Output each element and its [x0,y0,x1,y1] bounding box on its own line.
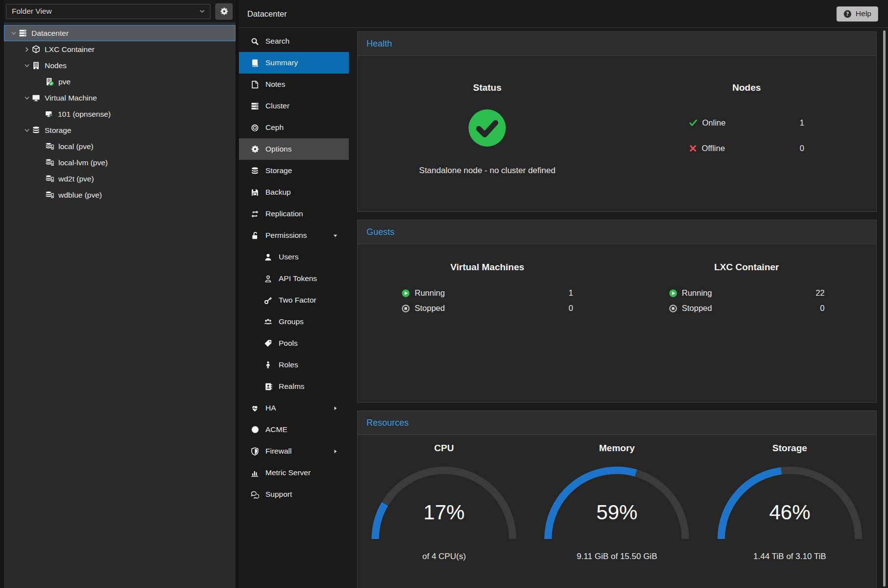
guest-status-label: Stopped [682,304,820,313]
nav-item-label: Search [265,37,289,46]
tree-item-label: wdblue (pve) [58,191,102,200]
building-check-icon [45,77,54,86]
tree-toolbar: Folder View [4,0,235,23]
resource-tree-panel: Folder View DatacenterLXC ContainerNodes… [4,0,235,588]
database-drive-icon [45,191,54,199]
guest-status-label: Stopped [415,304,569,313]
nav-item-permissions[interactable]: Permissions [239,225,349,246]
nav-item-search[interactable]: Search [239,30,349,52]
guest-column-virtual-machines: Virtual MachinesRunning1Stopped0 [358,244,617,402]
nav-item-summary[interactable]: Summary [239,52,349,74]
nav-item-replication[interactable]: Replication [239,203,349,225]
resource-gauge-storage: Storage46%1.44 TiB of 3.10 TiB [704,443,876,588]
tree-item-nodes[interactable]: Nodes [4,57,235,74]
tree-item-lxc-container[interactable]: LXC Container [4,41,235,57]
nav-item-firewall[interactable]: Firewall [239,440,349,462]
nav-item-label: Permissions [265,231,307,240]
chevron-down-icon[interactable] [9,29,19,37]
nav-item-two-factor[interactable]: Two Factor [239,289,349,311]
nav-item-pools[interactable]: Pools [239,332,349,354]
nav-item-label: Firewall [265,447,291,456]
tree-item-local-pve[interactable]: local (pve) [4,138,235,154]
nav-item-ha[interactable]: HA [239,397,349,419]
vertical-scrollbar-thumb[interactable] [883,30,886,587]
help-button[interactable]: ? Help [836,6,878,22]
datacenter-nav-menu: SearchSummaryNotesClusterCephOptionsStor… [239,28,349,588]
nav-item-acme[interactable]: ACME [239,419,349,440]
nav-item-label: Two Factor [279,296,316,305]
building-icon [32,61,40,70]
gear-icon [220,7,228,15]
gauge-heading: Storage [772,443,807,454]
nav-item-notes[interactable]: Notes [239,74,349,95]
main-region: Datacenter ? Help SearchSummaryNotesClus… [239,0,888,588]
nav-item-metric-server[interactable]: Metric Server [239,462,349,484]
resources-panel: Resources CPU17%of 4 CPU(s)Memory59%9.11… [357,410,877,588]
chevron-right-icon [332,448,339,455]
tree-item-label: local-lvm (pve) [58,158,108,167]
user-outline-icon [263,275,273,283]
nav-item-label: Cluster [265,102,289,110]
tree-item-wd2t-pve[interactable]: wd2t (pve) [4,171,235,187]
guest-status-count: 1 [569,288,573,298]
guest-status-label: Running [415,288,569,298]
floppy-icon [250,188,260,197]
nodes-heading: Nodes [732,82,761,93]
chevron-down-icon [332,232,339,239]
health-panel: Health Status Standalone node - no clust… [357,31,877,212]
tree-item-label: 101 (opnsense) [58,110,111,119]
person-icon [263,361,273,369]
chevron-down-icon [198,7,206,15]
badge-icon [250,426,260,434]
nav-item-cluster[interactable]: Cluster [239,95,349,117]
tree-item-storage[interactable]: Storage [4,122,235,138]
nav-item-label: Metric Server [265,468,311,477]
nav-item-realms[interactable]: Realms [239,376,349,397]
nav-item-roles[interactable]: Roles [239,354,349,376]
nav-item-options[interactable]: Options [239,138,349,160]
comments-icon [250,490,260,499]
page-title: Datacenter [247,9,287,19]
tree-item-label: LXC Container [45,45,95,54]
tree-item-pve[interactable]: pve [4,74,235,90]
nodes-status-list: Online1Offline0 [689,110,804,161]
view-mode-select[interactable]: Folder View [6,4,210,19]
gauge-percent-value: 17% [366,501,522,524]
nav-item-storage[interactable]: Storage [239,160,349,181]
nav-item-label: Users [279,253,298,261]
guest-status-count: 0 [820,304,825,313]
tree-item-datacenter[interactable]: Datacenter [4,25,235,41]
status-heading: Status [473,82,501,93]
chevron-down-icon[interactable] [22,127,32,134]
gear-icon [250,145,260,153]
guest-status-count: 0 [569,304,573,313]
chevron-right-icon [332,405,339,411]
gauge-detail-text: 9.11 GiB of 15.50 GiB [576,552,657,562]
gauge-heading: CPU [434,443,454,454]
resource-gauge-cpu: CPU17%of 4 CPU(s) [358,443,530,588]
stop-circle-icon [401,304,410,313]
replication-icon [250,210,260,218]
nav-item-support[interactable]: Support [239,484,349,505]
tree-item-101-opnsense[interactable]: 101 (opnsense) [4,106,235,122]
nav-item-label: API Tokens [279,274,317,283]
monitor-play-icon [45,110,53,118]
tree-item-label: Storage [45,126,71,135]
chevron-down-icon[interactable] [22,62,32,70]
monitor-icon [32,94,40,102]
tree-settings-button[interactable] [215,3,233,20]
nav-item-ceph[interactable]: Ceph [239,117,349,138]
nav-item-users[interactable]: Users [239,246,349,268]
nav-item-backup[interactable]: Backup [239,181,349,203]
tree-item-virtual-machine[interactable]: Virtual Machine [4,90,235,106]
tree-item-wdblue-pve[interactable]: wdblue (pve) [4,187,235,203]
chevron-down-icon[interactable] [22,94,32,102]
nav-item-groups[interactable]: Groups [239,311,349,332]
book-icon [250,59,260,67]
tree-item-label: Nodes [45,61,67,70]
nav-item-label: HA [265,404,276,412]
tree-item-local-lvm-pve[interactable]: local-lvm (pve) [4,154,235,171]
database-drive-icon [45,158,54,167]
chevron-right-icon[interactable] [22,46,32,53]
nav-item-api-tokens[interactable]: API Tokens [239,268,349,289]
